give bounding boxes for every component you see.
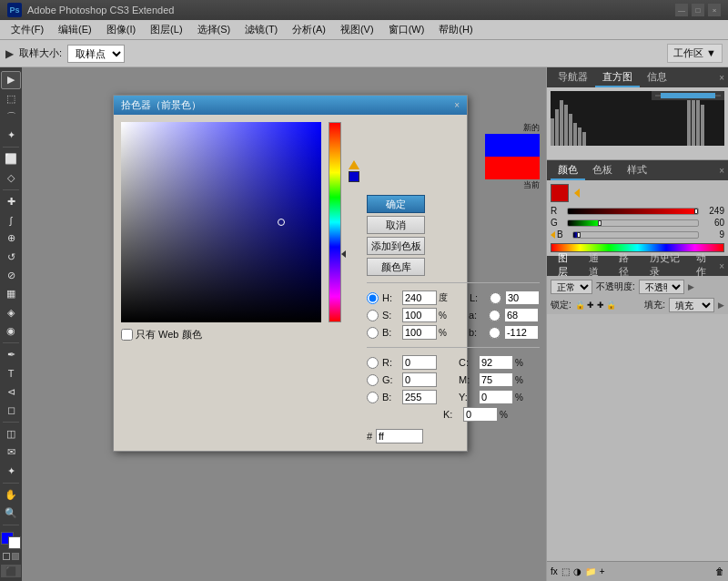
tab-histogram[interactable]: 直方图 bbox=[595, 68, 640, 87]
tool-healing[interactable]: ✚ bbox=[1, 193, 21, 210]
tool-blur[interactable]: ◈ bbox=[1, 303, 21, 321]
r-input[interactable] bbox=[402, 355, 437, 370]
tab-navigator[interactable]: 导航器 bbox=[551, 68, 595, 87]
histogram-range[interactable] bbox=[661, 93, 715, 98]
delete-layer-button[interactable]: 🗑 bbox=[715, 566, 724, 576]
color-gradient-square[interactable] bbox=[121, 122, 321, 322]
adjust-button[interactable]: ◑ bbox=[573, 566, 581, 576]
background-color[interactable] bbox=[8, 536, 21, 549]
tool-clone[interactable]: ⊕ bbox=[1, 229, 21, 247]
menu-image[interactable]: 图像(I) bbox=[99, 21, 143, 38]
tool-notes[interactable]: ✉ bbox=[1, 443, 21, 461]
sample-size-select[interactable]: 取样点 bbox=[67, 45, 125, 63]
tool-path-select[interactable]: ⊲ bbox=[1, 382, 21, 400]
tool-zoom[interactable]: 🔍 bbox=[1, 505, 21, 522]
maximize-button[interactable]: □ bbox=[692, 4, 704, 16]
web-colors-checkbox[interactable] bbox=[121, 329, 133, 341]
tool-hand[interactable]: ✋ bbox=[1, 486, 21, 504]
tool-crop[interactable]: ⬜ bbox=[1, 150, 21, 168]
menu-analysis[interactable]: 分析(A) bbox=[285, 21, 333, 38]
b3-radio[interactable] bbox=[489, 327, 500, 339]
tool-magic-wand[interactable]: ✦ bbox=[1, 127, 21, 144]
dialog-close-button[interactable]: × bbox=[454, 100, 460, 110]
b2-input[interactable] bbox=[402, 390, 437, 404]
menu-select[interactable]: 选择(S) bbox=[190, 21, 238, 38]
brightness-radio[interactable] bbox=[367, 327, 379, 339]
top-panel-close[interactable]: × bbox=[719, 73, 724, 83]
saturation-radio[interactable] bbox=[367, 310, 379, 321]
tool-eraser[interactable]: ⊘ bbox=[1, 267, 21, 284]
a-input[interactable] bbox=[504, 308, 539, 322]
menu-window[interactable]: 窗口(W) bbox=[381, 21, 432, 38]
y-input[interactable] bbox=[479, 390, 513, 404]
hue-radio[interactable] bbox=[367, 292, 379, 304]
l-input[interactable] bbox=[505, 290, 540, 305]
r-radio[interactable] bbox=[367, 357, 379, 369]
tool-gradient[interactable]: ▦ bbox=[1, 285, 21, 302]
tool-shape[interactable]: ◻ bbox=[1, 402, 21, 419]
g-slider-track[interactable] bbox=[567, 219, 699, 227]
color-lib-button[interactable]: 颜色库 bbox=[367, 258, 425, 276]
tool-history-brush[interactable]: ↺ bbox=[1, 249, 21, 266]
k-input[interactable] bbox=[463, 407, 498, 422]
add-mask-button[interactable]: ⬚ bbox=[561, 566, 570, 576]
quick-mask-off[interactable] bbox=[3, 553, 10, 560]
ok-button[interactable]: 确定 bbox=[367, 195, 425, 213]
tool-slice[interactable]: ◇ bbox=[1, 169, 21, 187]
add-swatch-button[interactable]: 添加到色板 bbox=[367, 237, 425, 255]
quick-mask-on[interactable] bbox=[12, 553, 19, 560]
menu-view[interactable]: 视图(V) bbox=[333, 21, 381, 38]
tab-swatches[interactable]: 色板 bbox=[585, 161, 620, 180]
m-input[interactable] bbox=[479, 372, 513, 387]
fx-button[interactable]: fx bbox=[551, 566, 558, 576]
g-input[interactable] bbox=[402, 372, 437, 387]
blend-mode-select[interactable]: 正常 bbox=[551, 280, 592, 294]
menu-layer[interactable]: 图层(L) bbox=[143, 21, 189, 38]
tool-3d[interactable]: ◫ bbox=[1, 425, 21, 443]
screen-mode[interactable]: ⬛ bbox=[1, 565, 21, 577]
g-radio[interactable] bbox=[367, 374, 379, 386]
cancel-button[interactable]: 取消 bbox=[367, 216, 425, 234]
menu-edit[interactable]: 编辑(E) bbox=[51, 21, 99, 38]
tool-text[interactable]: T bbox=[1, 364, 21, 382]
tool-color-box[interactable] bbox=[1, 532, 21, 549]
fill-select[interactable]: 填充 bbox=[669, 298, 714, 312]
hue-strip[interactable] bbox=[329, 122, 341, 322]
r-slider-track[interactable] bbox=[567, 208, 699, 215]
tool-lasso[interactable]: ⌒ bbox=[1, 108, 21, 126]
a-radio[interactable] bbox=[489, 310, 500, 321]
group-button[interactable]: 📁 bbox=[585, 566, 596, 576]
menu-filter[interactable]: 滤镜(T) bbox=[238, 21, 285, 38]
tool-dodge[interactable]: ◉ bbox=[1, 322, 21, 340]
add-layer-button[interactable]: + bbox=[600, 566, 605, 576]
menu-file[interactable]: 文件(F) bbox=[4, 21, 51, 38]
layers-panel-close[interactable]: × bbox=[719, 261, 724, 271]
close-button[interactable]: × bbox=[708, 4, 721, 16]
minimize-button[interactable]: — bbox=[675, 4, 688, 16]
hue-input[interactable] bbox=[402, 290, 437, 305]
b2-radio[interactable] bbox=[367, 392, 379, 403]
workspace-button[interactable]: 工作区 ▼ bbox=[667, 44, 723, 63]
gamut-color-swatch[interactable] bbox=[349, 171, 359, 182]
tool-eyedropper[interactable]: ✦ bbox=[1, 462, 21, 479]
l-radio[interactable] bbox=[490, 292, 501, 304]
hex-input[interactable] bbox=[376, 429, 423, 443]
c-input[interactable] bbox=[479, 355, 513, 370]
tool-brush[interactable]: ∫ bbox=[1, 211, 21, 229]
tool-pen[interactable]: ✒ bbox=[1, 346, 21, 363]
opacity-select[interactable]: 不透明度 bbox=[639, 280, 684, 294]
b-slider-track[interactable] bbox=[572, 231, 699, 239]
g-slider-thumb[interactable] bbox=[598, 220, 602, 226]
tool-move[interactable]: ▶ bbox=[1, 71, 21, 89]
b-slider-thumb[interactable] bbox=[577, 232, 581, 238]
brightness-input[interactable] bbox=[402, 325, 437, 340]
tab-styles[interactable]: 样式 bbox=[620, 161, 654, 180]
r-slider-thumb[interactable] bbox=[694, 209, 698, 214]
fg-swatch[interactable] bbox=[551, 184, 569, 202]
color-panel-close[interactable]: × bbox=[719, 166, 724, 176]
tab-info[interactable]: 信息 bbox=[640, 68, 674, 87]
b3-input[interactable] bbox=[504, 325, 539, 340]
tool-marquee[interactable]: ⬚ bbox=[1, 90, 21, 107]
tab-color[interactable]: 颜色 bbox=[551, 161, 585, 180]
menu-help[interactable]: 帮助(H) bbox=[431, 21, 480, 38]
